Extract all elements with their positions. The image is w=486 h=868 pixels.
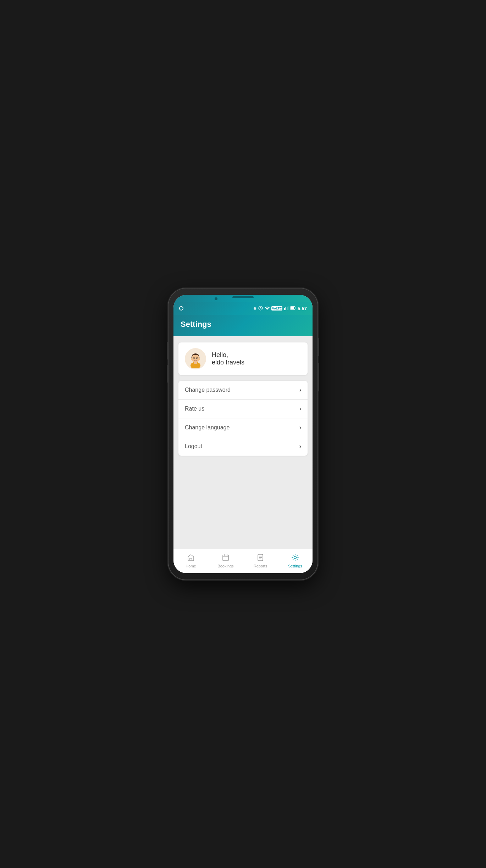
svg-point-10 (192, 355, 199, 362)
svg-point-13 (191, 358, 192, 360)
svg-rect-15 (223, 555, 228, 561)
status-time: 5:57 (298, 306, 307, 311)
chevron-right-icon: › (299, 443, 301, 450)
avatar (185, 348, 206, 369)
svg-point-11 (194, 358, 195, 359)
bookings-nav-label: Bookings (217, 564, 233, 568)
clock-icon (258, 306, 263, 311)
content-spacer (178, 461, 308, 549)
nav-item-reports[interactable]: Reports (243, 554, 278, 568)
change-password-item[interactable]: Change password › (178, 381, 308, 400)
content-area: Hello, eldo travels Change password › Ra… (173, 336, 313, 549)
status-bar: ⊖ VoLTE (173, 302, 313, 315)
chevron-right-icon: › (299, 387, 301, 393)
reports-nav-label: Reports (254, 564, 267, 568)
svg-rect-6 (291, 307, 294, 309)
speaker (232, 296, 254, 298)
bottom-navigation: Home Bookings (173, 549, 313, 573)
battery-icon (290, 306, 296, 311)
settings-nav-label: Settings (288, 564, 302, 568)
signal-icon (284, 306, 288, 311)
camera-dot (215, 297, 217, 300)
home-icon (187, 554, 195, 563)
rate-us-item[interactable]: Rate us › (178, 400, 308, 418)
phone-frame: ⊖ VoLTE (169, 289, 317, 579)
svg-rect-2 (285, 307, 286, 310)
nav-item-settings[interactable]: Settings (278, 554, 313, 568)
notch-area (173, 295, 313, 302)
logout-label: Logout (185, 443, 202, 450)
svg-point-12 (197, 358, 198, 359)
bookings-icon (222, 554, 230, 563)
status-left (179, 306, 183, 311)
status-right: ⊖ VoLTE (253, 306, 307, 311)
chevron-right-icon: › (299, 424, 301, 431)
change-password-label: Change password (185, 387, 231, 393)
status-indicator (179, 306, 183, 311)
rate-us-label: Rate us (185, 406, 204, 412)
svg-rect-3 (287, 307, 288, 310)
volume-down-button[interactable] (167, 365, 168, 383)
profile-card: Hello, eldo travels (178, 342, 308, 375)
phone-screen: ⊖ VoLTE (173, 295, 313, 573)
reports-icon (256, 554, 264, 563)
home-nav-label: Home (186, 564, 196, 568)
chevron-right-icon: › (299, 406, 301, 412)
nav-item-home[interactable]: Home (173, 554, 208, 568)
username-text: eldo travels (212, 359, 244, 366)
svg-rect-1 (284, 308, 285, 310)
do-not-disturb-icon: ⊖ (253, 306, 256, 311)
nav-item-bookings[interactable]: Bookings (208, 554, 243, 568)
wifi-icon (265, 306, 270, 311)
svg-point-17 (294, 556, 297, 559)
svg-point-14 (199, 358, 200, 360)
profile-text: Hello, eldo travels (212, 351, 244, 366)
svg-rect-4 (288, 306, 288, 310)
change-language-item[interactable]: Change language › (178, 418, 308, 437)
volume-up-button[interactable] (167, 342, 168, 359)
volte-icon: VoLTE (271, 306, 282, 311)
app-header: Settings (173, 315, 313, 336)
settings-menu: Change password › Rate us › Change langu… (178, 381, 308, 456)
change-language-label: Change language (185, 424, 230, 431)
settings-icon (291, 554, 299, 563)
logout-item[interactable]: Logout › (178, 437, 308, 456)
page-title: Settings (181, 320, 305, 329)
greeting-text: Hello, (212, 351, 244, 359)
